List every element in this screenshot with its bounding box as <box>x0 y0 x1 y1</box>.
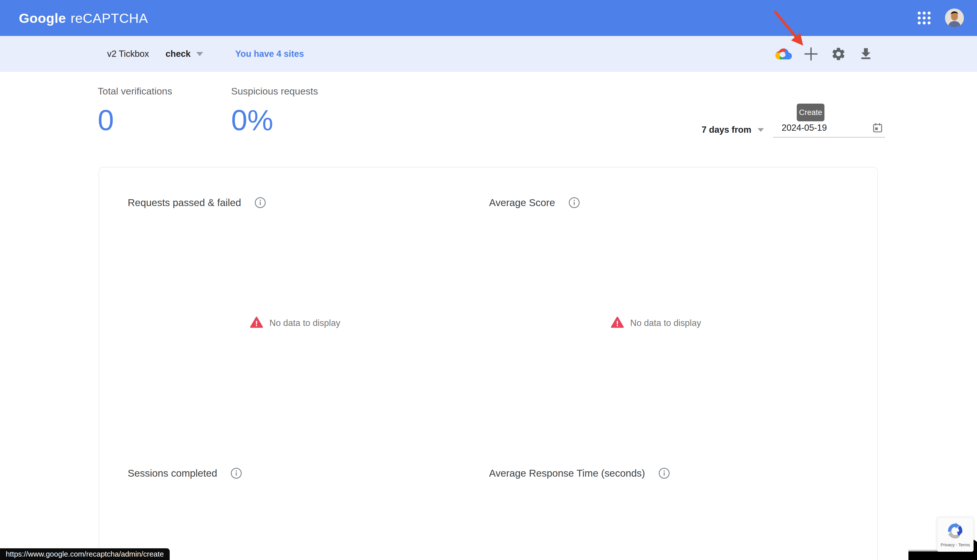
download-icon[interactable] <box>858 46 874 62</box>
no-data-text: No data to display <box>269 318 340 328</box>
date-filter: 7 days from <box>702 122 885 138</box>
chevron-down-icon <box>758 128 764 132</box>
chart-title: Requests passed & failed <box>128 197 241 208</box>
create-tooltip: Create <box>797 103 825 121</box>
stat-label: Suspicious requests <box>231 86 318 97</box>
stat-value: 0 <box>98 103 172 137</box>
date-range-label: 7 days from <box>702 125 751 135</box>
no-data-message: No data to display <box>250 317 340 330</box>
info-icon[interactable] <box>230 467 242 479</box>
recaptcha-logo-icon <box>947 522 964 540</box>
stat-total-verifications: Total verifications 0 <box>98 86 172 137</box>
stat-value: 0% <box>231 103 318 137</box>
warning-triangle-icon <box>250 317 263 330</box>
apps-grid-icon[interactable] <box>917 10 932 26</box>
chart-header-average-score: Average Score <box>489 197 580 208</box>
chart-header-requests: Requests passed & failed <box>128 197 266 208</box>
chart-header-response-time: Average Response Time (seconds) <box>489 467 670 479</box>
app-logo: Google reCAPTCHA <box>19 10 148 26</box>
google-cloud-icon[interactable] <box>775 46 792 62</box>
user-avatar[interactable] <box>945 8 964 27</box>
app-header: Google reCAPTCHA <box>0 0 977 36</box>
settings-gear-icon[interactable] <box>830 46 847 62</box>
date-input[interactable] <box>781 123 856 133</box>
project-toolbar: v2 Tickbox check You have 4 sites <box>0 36 977 72</box>
project-name-label: check <box>166 49 191 59</box>
create-plus-icon[interactable] <box>803 46 819 62</box>
chart-title: Sessions completed <box>128 468 217 479</box>
no-data-message: No data to display <box>611 317 701 330</box>
stat-suspicious-requests: Suspicious requests 0% <box>231 86 318 137</box>
calendar-icon[interactable] <box>872 122 883 133</box>
project-type-label: v2 Tickbox <box>107 49 149 59</box>
info-icon[interactable] <box>658 467 670 479</box>
chart-title: Average Score <box>489 197 555 208</box>
no-data-text: No data to display <box>630 318 701 328</box>
stat-label: Total verifications <box>98 86 172 97</box>
date-input-field <box>773 122 885 138</box>
privacy-terms-label[interactable]: Privacy - Terms <box>940 542 970 547</box>
chevron-down-icon <box>196 52 203 56</box>
link-target-status-bar: https://www.google.com/recaptcha/admin/c… <box>0 548 170 560</box>
project-selector-dropdown[interactable]: check <box>166 49 203 59</box>
chart-header-sessions: Sessions completed <box>128 467 242 479</box>
charts-card: Requests passed & failed Average Score <box>99 167 878 560</box>
date-range-dropdown[interactable]: 7 days from <box>702 125 764 135</box>
chart-title: Average Response Time (seconds) <box>489 468 645 479</box>
info-icon[interactable] <box>254 197 266 208</box>
sites-count-link[interactable]: You have 4 sites <box>235 49 304 59</box>
screen-corner-artifact <box>908 552 977 560</box>
logo-recaptcha: reCAPTCHA <box>70 10 148 26</box>
info-icon[interactable] <box>568 197 580 208</box>
logo-google: Google <box>19 10 66 26</box>
recaptcha-badge[interactable]: Privacy - Terms <box>937 517 974 552</box>
warning-triangle-icon <box>611 317 624 330</box>
